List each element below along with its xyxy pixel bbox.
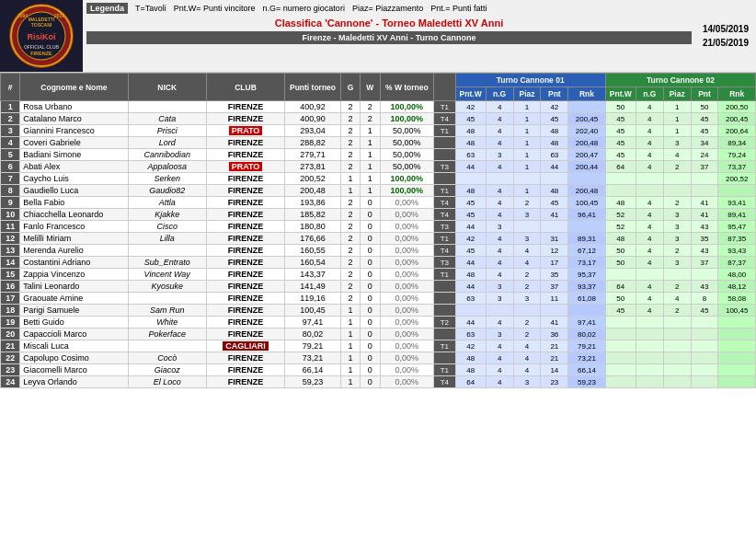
- legend-pntw: Pnt.W= Punti vincitore: [174, 4, 256, 13]
- cell-tc2-rnk: 93,41: [718, 197, 756, 209]
- cell-tc1-piaz: 2: [513, 197, 541, 209]
- cell-tc1-rnk: 80,02: [568, 329, 606, 340]
- cell-nick: Prisci: [128, 125, 206, 137]
- cell-tc2-ng: 4: [636, 137, 663, 149]
- table-row: 12Melilli MiriamLillaFIRENZE176,66200,00…: [1, 233, 756, 245]
- cell-tc1-ng: 4: [486, 269, 513, 281]
- cell-tc1-rnk: 95,37: [568, 269, 606, 281]
- cell-tc2-pntw: 52: [605, 221, 636, 233]
- cell-tc1-piaz: 2: [513, 281, 541, 293]
- cell-tc2-pntw: [605, 376, 636, 388]
- cell-tc1-piaz: 1: [513, 185, 541, 197]
- cell-pct: 100,00%: [380, 113, 434, 125]
- cell-tc2-pnt: [691, 173, 718, 185]
- cell-tc1-piaz: [513, 221, 541, 233]
- tc1-ng-header: n.G: [486, 87, 513, 101]
- cell-tc2-ng: 4: [636, 161, 663, 173]
- tc2-ng-header: n.G: [636, 87, 663, 101]
- cell-tc1-ng: [486, 173, 513, 185]
- cell-club: FIRENZE: [206, 269, 284, 281]
- cell-trn: T1: [434, 364, 455, 376]
- cell-pct: 100,00%: [380, 173, 434, 185]
- cell-name: Coveri Gabriele: [20, 137, 128, 149]
- cell-g: 2: [340, 149, 360, 161]
- cell-tc1-piaz: 1: [513, 125, 541, 137]
- cell-trn: [434, 352, 455, 364]
- cell-tc1-pntw: 45: [455, 209, 486, 221]
- cell-tc2-pntw: [605, 269, 636, 281]
- cell-trn: [434, 329, 455, 340]
- cell-tc2-pntw: 45: [605, 149, 636, 161]
- cell-name: Caycho Luis: [20, 173, 128, 185]
- cell-w: 0: [361, 221, 380, 233]
- cell-club: FIRENZE: [206, 305, 284, 317]
- cell-nick: Appaloosa: [128, 161, 206, 173]
- cell-tc2-ng: 4: [636, 101, 663, 113]
- cell-rank: 17: [1, 293, 20, 305]
- cell-tc2-pnt: [691, 269, 718, 281]
- legend-ng: n.G= numero giocatori: [263, 4, 345, 13]
- cell-tc1-piaz: 1: [513, 149, 541, 161]
- cell-pts: 160,55: [285, 245, 341, 257]
- cell-tc1-pntw: [455, 173, 486, 185]
- tc2-rnk-header: Rnk: [718, 87, 756, 101]
- cell-tc2-pnt: 43: [691, 281, 718, 293]
- svg-text:1994: 1994: [17, 13, 28, 18]
- cell-tc2-ng: 4: [636, 197, 663, 209]
- cell-club: FIRENZE: [206, 173, 284, 185]
- tc1-rnk-header: Rnk: [568, 87, 606, 101]
- cell-pts: 400,90: [285, 113, 341, 125]
- table-row: 11Fanlo FrancescoCiscoFIRENZE180,80200,0…: [1, 221, 756, 233]
- cell-tc2-piaz: [663, 352, 691, 364]
- cell-tc1-pntw: [455, 305, 486, 317]
- cell-rank: 24: [1, 376, 20, 388]
- cell-w: 0: [361, 269, 380, 281]
- col-nick-header: NICK: [128, 74, 206, 101]
- cell-tc2-pntw: 50: [605, 257, 636, 269]
- cell-pct: 0,00%: [380, 221, 434, 233]
- cell-tc2-pntw: [605, 173, 636, 185]
- cell-pct: 0,00%: [380, 352, 434, 364]
- cell-tc1-pnt: 21: [541, 340, 568, 352]
- cell-rank: 4: [1, 137, 20, 149]
- cell-tc1-ng: 4: [486, 233, 513, 245]
- cell-nick: Sub_Entrato: [128, 257, 206, 269]
- cell-tc1-rnk: 59,23: [568, 376, 606, 388]
- cell-tc1-rnk: 89,31: [568, 233, 606, 245]
- cell-w: 0: [361, 233, 380, 245]
- cell-tc1-ng: 4: [486, 197, 513, 209]
- cell-name: Giannini Francesco: [20, 125, 128, 137]
- tc2-piaz-header: Piaz: [663, 87, 691, 101]
- cell-w: 0: [361, 352, 380, 364]
- cell-tc1-pntw: 44: [455, 257, 486, 269]
- table-row: 6Abati AlexAppaloosaPRATO273,812150,00%T…: [1, 161, 756, 173]
- cell-pts: 119,16: [285, 293, 341, 305]
- cell-club: FIRENZE: [206, 293, 284, 305]
- cell-pts: 288,82: [285, 137, 341, 149]
- cell-tc1-rnk: 67,12: [568, 245, 606, 257]
- cell-pct: 0,00%: [380, 209, 434, 221]
- cell-club: FIRENZE: [206, 185, 284, 197]
- cell-tc1-pnt: 14: [541, 364, 568, 376]
- cell-tc2-rnk: 58,08: [718, 293, 756, 305]
- cell-tc1-piaz: 4: [513, 245, 541, 257]
- cell-nick: Serken: [128, 173, 206, 185]
- cell-g: 2: [340, 293, 360, 305]
- cell-tc2-rnk: 48,12: [718, 281, 756, 293]
- cell-tc1-ng: 4: [486, 125, 513, 137]
- cell-tc2-rnk: 200,64: [718, 125, 756, 137]
- cell-tc2-rnk: 73,37: [718, 161, 756, 173]
- cell-w: 0: [361, 329, 380, 340]
- cell-tc1-ng: 4: [486, 317, 513, 329]
- cell-name: Merenda Aurelio: [20, 245, 128, 257]
- table-row: 19Betti GuidoWhiteFIRENZE97,41100,00%T24…: [1, 317, 756, 329]
- cell-tc1-ng: 4: [486, 161, 513, 173]
- cell-name: Bella Fabio: [20, 197, 128, 209]
- table-row: 23Giacomelli MarcoGiacozFIRENZE66,14100,…: [1, 364, 756, 376]
- cell-tc2-ng: [636, 269, 663, 281]
- cell-nick: Gaudio82: [128, 185, 206, 197]
- cell-w: 1: [361, 125, 380, 137]
- cell-g: 2: [340, 281, 360, 293]
- cell-pts: 400,92: [285, 101, 341, 113]
- cell-club: FIRENZE: [206, 364, 284, 376]
